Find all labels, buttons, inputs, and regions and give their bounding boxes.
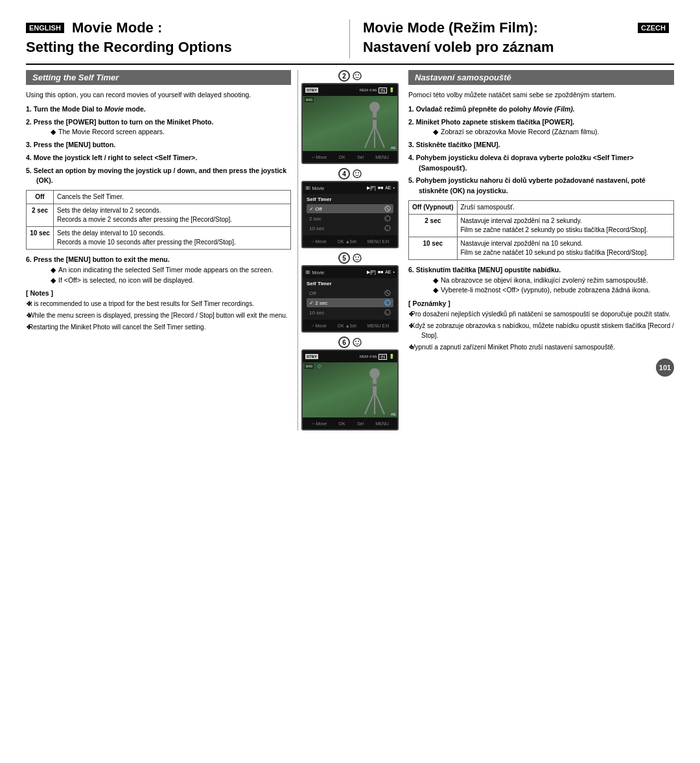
cam-bottom-4: ↔Move OK ▲Sel MENU EXI xyxy=(303,235,397,247)
tripod-figure-6 xyxy=(358,366,391,417)
face-icon-6 xyxy=(353,338,362,347)
step4-number: 4 xyxy=(338,168,350,180)
2sec-label: 2 sec xyxy=(309,216,321,222)
left-note-2: ❖ While the menu screen is displayed, pr… xyxy=(26,311,291,320)
menu-row-off-active: ✓ Off xyxy=(307,204,393,213)
table-key-10sec: 10 sec xyxy=(27,227,54,250)
step-5: 5. Select an option by moving the joysti… xyxy=(26,166,291,187)
top-divider xyxy=(26,64,674,65)
cam-btn-sel: Sel xyxy=(357,155,364,159)
step5-block: 5 ≡ Movie ▶[P]■■AE▪ Self Timer Off xyxy=(301,252,399,333)
timer-icon-display: ⏱ xyxy=(317,364,322,370)
cam6-btn-menu: MENU xyxy=(375,421,389,426)
step6-number: 6 xyxy=(338,336,350,348)
step2-number: 2 xyxy=(338,70,350,82)
menu-mode-4: ≡ xyxy=(305,186,310,190)
right-table-val-off: Zruší samospoušť. xyxy=(457,200,673,214)
off-label-active: ✓ Off xyxy=(309,206,322,212)
right-title-line2: Nastavení voleb pro záznam xyxy=(363,39,674,56)
step-3: 3. Press the [MENU] button. xyxy=(26,140,291,150)
right-steps: 1. Ovladač režimů přepněte do polohy Mov… xyxy=(408,104,674,196)
step2-block: 2 STBY REM 4:Mi IN 🔋 xyxy=(301,70,399,164)
right-column: Nastavení samospouště Pomocí této volby … xyxy=(402,70,674,430)
movie-label-5: Movie xyxy=(312,270,325,275)
cam-icons-4: ▶[P]■■AE▪ xyxy=(367,185,395,191)
table-val-off: Cancels the Self Timer. xyxy=(54,191,291,204)
right-table-val-10sec: Nastavuje interval zpoždění na 10 sekund… xyxy=(457,237,673,259)
right-step-3: 3. Stiskněte tlačítko [MENU]. xyxy=(408,140,674,150)
svg-point-29 xyxy=(358,341,359,342)
cam-bottom-6: ↔Move OK Sel MENU xyxy=(303,417,397,429)
right-step6-list: 6. Stisknutím tlačítka [MENU] opustíte n… xyxy=(408,265,674,296)
right-table-key-10sec: 10 sec xyxy=(409,237,458,259)
battery-icon-6: 🔋 xyxy=(389,354,395,359)
svg-line-32 xyxy=(365,392,375,414)
cam-bottom-5: ↔Move OK ▲Sel MENU EXI xyxy=(303,320,397,331)
cam-body-6: 640 ⏱ AE xyxy=(303,362,397,417)
table-key-off: Off xyxy=(27,191,54,204)
face-icon-5 xyxy=(353,253,362,263)
in-badge-2: IN xyxy=(379,88,387,93)
right-table-val-2sec: Nastavuje interval zpoždění na 2 sekundy… xyxy=(457,214,673,237)
cam-top-5: ≡ Movie ▶[P]■■AE▪ xyxy=(303,266,397,278)
in-badge-6: IN xyxy=(379,354,387,360)
menu-mode-5: ≡ xyxy=(305,270,310,274)
cam-btn-menu: MENU xyxy=(375,155,389,159)
cam-overlay-ae: AE xyxy=(391,146,396,150)
self-timer-header-5: Self Timer xyxy=(307,281,393,287)
svg-text:10: 10 xyxy=(385,312,388,315)
right-notes-header: [ Poznámky ] xyxy=(408,299,674,307)
menu-row-10sec-5: 10 sec 10 xyxy=(307,308,393,317)
off-icon xyxy=(384,205,391,212)
cam-overlay-6-ae: AE xyxy=(391,412,396,416)
right-step-5: 5. Pohybem joysticku nahoru či dolů vybe… xyxy=(408,176,674,196)
cam-screen-6: STBY REM 4:Mi IN 🔋 xyxy=(301,349,399,430)
10sec-label: 10 sec xyxy=(309,226,325,231)
czech-badge: CZECH xyxy=(638,23,669,33)
tripod-figure-2 xyxy=(358,99,391,151)
cam6-btn-sel: Sel xyxy=(357,421,364,426)
rem-text-6: REM 4:Mi xyxy=(360,355,377,358)
right-title-line1: Movie Mode (Režim Film): xyxy=(363,19,538,36)
cam-top-4: ≡ Movie ▶[P]■■AE▪ xyxy=(303,182,397,194)
svg-text:2: 2 xyxy=(386,217,388,221)
right-table: Off (Vypnout) Zruší samospoušť. 2 sec Na… xyxy=(408,200,674,260)
svg-point-1 xyxy=(355,75,356,76)
svg-line-7 xyxy=(375,125,384,148)
cam-overlay-6-1: 640 xyxy=(305,364,314,369)
main-content: Setting the Self Timer Using this option… xyxy=(26,70,674,430)
step-6: 6. Press the [MENU] button to exit the m… xyxy=(26,255,291,285)
right-step-1: 1. Ovladač režimů přepněte do polohy Mov… xyxy=(408,104,674,115)
right-table-key-off: Off (Vypnout) xyxy=(409,200,458,214)
battery-icon-2: 🔋 xyxy=(389,88,395,93)
left-note-3: ❖ Restarting the Miniket Photo will canc… xyxy=(26,322,291,332)
movie-label-4: Movie xyxy=(312,186,325,191)
svg-rect-8 xyxy=(371,117,378,120)
svg-text:2: 2 xyxy=(386,301,388,305)
left-table: Off Cancels the Self Timer. 2 sec Sets t… xyxy=(26,190,291,250)
svg-line-34 xyxy=(375,392,384,414)
left-note-1: ❖ It is recommended to use a tripod for … xyxy=(26,299,291,309)
step6-block: 6 STBY REM 4:Mi IN 🔋 xyxy=(301,336,399,430)
cam-menu-5: Self Timer Off ✓ 2 sec 2 10 sec 10 xyxy=(303,278,397,320)
right-notes-list: ❖ Pro dosažení nejlepších výsledků při n… xyxy=(408,309,674,352)
face-icon-4 xyxy=(353,169,362,178)
cam6-btn-move: ↔Move xyxy=(311,421,327,426)
left-sub-header: Setting the Self Timer xyxy=(26,70,291,85)
right-step-6: 6. Stisknutím tlačítka [MENU] opustíte n… xyxy=(408,265,674,296)
cam-icons-5: ▶[P]■■AE▪ xyxy=(367,270,395,275)
cam4-btn-ok: OK ▲Sel xyxy=(338,239,356,244)
right-step-2: 2. Miniket Photo zapnete stiskem tlačítk… xyxy=(408,117,674,138)
timer2-icon: 2 xyxy=(384,215,391,222)
cam-bottom-2: ↔Move OK Sel MENU xyxy=(303,151,397,163)
page-number: 101 xyxy=(656,358,674,377)
page: ENGLISH Movie Mode : Setting the Recordi… xyxy=(0,0,700,763)
menu-row-10sec: 10 sec 10 xyxy=(307,224,393,233)
step5-number: 5 xyxy=(338,252,350,264)
cam-screen-2: STBY REM 4:Mi IN 🔋 xyxy=(301,83,399,164)
cam4-btn-move: ↔Move xyxy=(310,239,326,244)
off-icon-5 xyxy=(384,290,391,296)
right-sub-header: Nastavení samospouště xyxy=(408,70,674,85)
cam5-btn-move: ↔Move xyxy=(310,323,326,328)
cam-top-6: STBY REM 4:Mi IN 🔋 xyxy=(303,351,397,362)
